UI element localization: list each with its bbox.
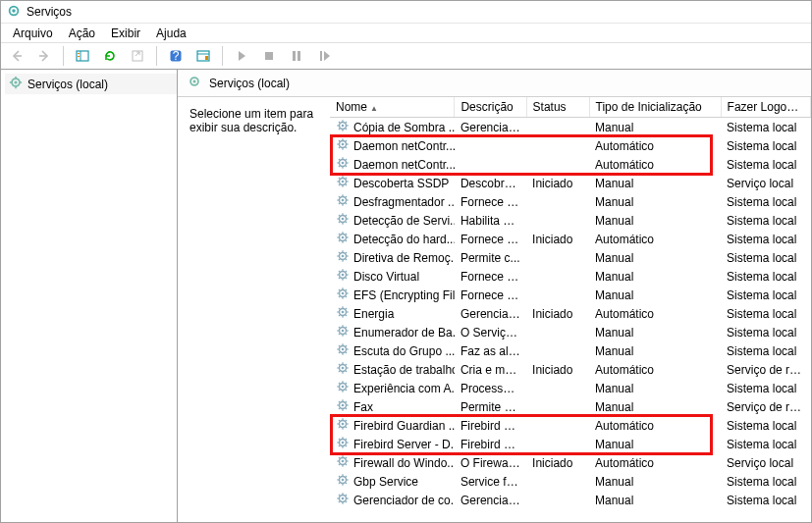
column-status[interactable]: Status xyxy=(526,97,589,118)
svg-line-90 xyxy=(339,234,340,235)
svg-point-25 xyxy=(342,125,345,128)
svg-line-60 xyxy=(339,178,340,179)
svg-line-53 xyxy=(339,166,340,167)
column-desc[interactable]: Descrição xyxy=(455,97,526,118)
service-row[interactable]: Enumerador de Ba...O Serviço ...ManualSi… xyxy=(330,323,811,341)
service-icon xyxy=(336,324,350,340)
menu-ajuda[interactable]: Ajuda xyxy=(148,25,194,42)
restart-service-button[interactable] xyxy=(312,44,336,68)
service-status: Iniciado xyxy=(526,174,589,192)
service-row[interactable]: Estação de trabalhoCria e ma...IniciadoA… xyxy=(330,360,811,379)
svg-line-152 xyxy=(346,345,347,346)
svg-line-160 xyxy=(339,364,340,365)
column-name[interactable]: Nome▲ xyxy=(330,97,455,118)
service-row[interactable]: Cópia de Sombra ...Gerencia e...ManualSi… xyxy=(330,118,811,137)
service-icon xyxy=(336,268,350,285)
service-row[interactable]: Detecção do hard...Fornece n...IniciadoA… xyxy=(330,230,811,248)
service-row[interactable]: FaxPermite e...ManualServiço de rede xyxy=(330,397,811,416)
svg-line-191 xyxy=(346,427,347,428)
service-row[interactable]: Gerenciador de co...Gerencia c...ManualS… xyxy=(330,491,811,509)
svg-line-193 xyxy=(339,427,340,428)
svg-line-161 xyxy=(346,371,347,372)
start-service-button[interactable] xyxy=(230,44,253,68)
svg-line-80 xyxy=(339,215,340,216)
tree-node-services-local[interactable]: Serviços (local) xyxy=(5,74,177,94)
stop-service-button[interactable] xyxy=(257,44,281,68)
show-hide-tree-button[interactable] xyxy=(71,44,94,68)
svg-line-213 xyxy=(339,464,340,465)
service-startup: Manual xyxy=(589,248,721,267)
service-logon: Serviço local xyxy=(721,174,810,192)
service-row[interactable]: Daemon netContr...AutomáticoSistema loca… xyxy=(330,155,811,174)
svg-point-55 xyxy=(342,181,345,183)
menu-acao[interactable]: Ação xyxy=(61,25,103,42)
description-pane: Selecione um item para exibir sua descri… xyxy=(178,97,330,522)
column-startup[interactable]: Tipo de Inicialização xyxy=(589,97,721,118)
menu-exibir[interactable]: Exibir xyxy=(103,25,148,42)
services-list[interactable]: Nome▲ Descrição Status Tipo de Inicializ… xyxy=(330,97,811,522)
service-icon xyxy=(336,287,350,303)
svg-line-91 xyxy=(346,240,347,241)
service-desc: Gerencia c... xyxy=(455,491,526,509)
service-logon: Serviço de rede xyxy=(721,397,810,416)
svg-line-141 xyxy=(346,334,347,335)
svg-line-72 xyxy=(346,196,347,197)
service-row[interactable]: Desfragmentador ...Fornece R...ManualSis… xyxy=(330,192,811,211)
service-row[interactable]: EnergiaGerencia a...IniciadoAutomáticoSi… xyxy=(330,304,811,323)
service-row[interactable]: Gbp ServiceService for...ManualSistema l… xyxy=(330,472,811,491)
svg-line-140 xyxy=(339,327,340,328)
service-row[interactable]: Firebird Server - D...Firebird D...Manua… xyxy=(330,435,811,453)
service-desc: Faz as alte... xyxy=(455,341,526,360)
svg-line-201 xyxy=(346,445,347,446)
service-row[interactable]: Detecção de Servi...Habilita a ...Manual… xyxy=(330,211,811,230)
service-logon: Sistema local xyxy=(721,472,810,491)
pause-service-button[interactable] xyxy=(285,44,308,68)
service-row[interactable]: EFS (Encrypting Fil...Fornece a...Manual… xyxy=(330,286,811,304)
service-row[interactable]: Firewall do Windo...O Firewall ...Inicia… xyxy=(330,453,811,472)
refresh-button[interactable] xyxy=(98,44,122,68)
svg-line-51 xyxy=(346,166,347,167)
svg-line-32 xyxy=(346,122,347,123)
svg-point-195 xyxy=(342,442,345,445)
svg-rect-12 xyxy=(265,52,273,60)
service-status xyxy=(526,379,589,397)
svg-rect-4 xyxy=(78,53,80,54)
export-list-button[interactable] xyxy=(126,44,149,68)
svg-line-101 xyxy=(346,259,347,260)
svg-point-165 xyxy=(342,386,345,389)
svg-line-211 xyxy=(346,464,347,465)
service-icon xyxy=(336,473,350,490)
menu-arquivo[interactable]: Arquivo xyxy=(5,25,61,42)
back-button[interactable] xyxy=(5,44,28,68)
forward-button[interactable] xyxy=(32,44,56,68)
svg-line-33 xyxy=(339,129,340,130)
column-logon[interactable]: Fazer Logon co xyxy=(721,97,810,118)
svg-line-63 xyxy=(339,184,340,185)
service-row[interactable]: Descoberta SSDPDescobre ...IniciadoManua… xyxy=(330,174,811,192)
service-row[interactable]: Escuta do Grupo ...Faz as alte...ManualS… xyxy=(330,341,811,360)
service-startup: Manual xyxy=(589,491,721,509)
service-status xyxy=(526,416,589,435)
service-row[interactable]: Daemon netContr...AutomáticoSistema loca… xyxy=(330,136,811,155)
service-status xyxy=(526,267,589,286)
service-row[interactable]: Firebird Guardian ...Firebird Se...Autom… xyxy=(330,416,811,435)
service-desc: O Serviço ... xyxy=(455,323,526,341)
properties-button[interactable] xyxy=(191,44,215,68)
help-button[interactable]: ? xyxy=(164,44,188,68)
service-icon xyxy=(336,361,350,378)
service-status xyxy=(526,136,589,155)
service-desc: Permite c... xyxy=(455,248,526,267)
service-desc: Firebird D... xyxy=(455,435,526,453)
service-row[interactable]: Disco VirtualFornece s...ManualSistema l… xyxy=(330,267,811,286)
svg-line-163 xyxy=(339,371,340,372)
svg-line-62 xyxy=(346,178,347,179)
svg-line-151 xyxy=(346,352,347,353)
service-name: EFS (Encrypting Fil... xyxy=(353,288,455,302)
services-icon xyxy=(9,76,23,92)
svg-line-52 xyxy=(346,159,347,160)
titlebar: Serviços xyxy=(1,1,811,23)
window-title: Serviços xyxy=(27,5,72,19)
service-row[interactable]: Diretiva de Remoç...Permite c...ManualSi… xyxy=(330,248,811,267)
service-row[interactable]: Experiência com A...Processa s...ManualS… xyxy=(330,379,811,397)
svg-point-145 xyxy=(342,348,345,351)
